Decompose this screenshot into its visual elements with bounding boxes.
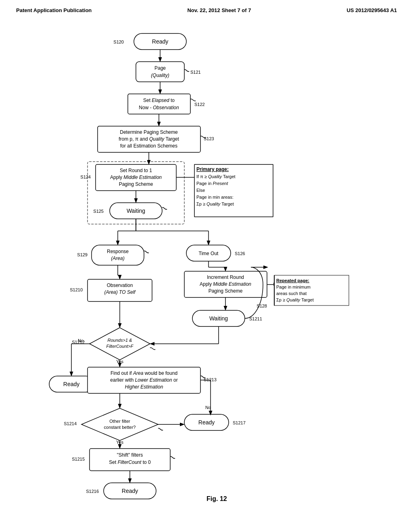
- s1210-id: S1210: [70, 287, 83, 292]
- s126-id: S126: [235, 251, 245, 256]
- page-header: Patent Application Publication Nov. 22, …: [0, 0, 413, 13]
- s124-label2: Apply Middle Estimation: [110, 175, 162, 180]
- s123-label1: Determine Paging Scheme: [120, 129, 178, 135]
- s1217-label: Ready: [198, 419, 215, 426]
- primary-page-l1: If π ≥ Quality Target: [196, 174, 236, 179]
- s1213-label2: earlier with Lower Estimation or: [110, 377, 177, 383]
- diagram-container: Ready S120 Page (Quality) S121 Set Elaps…: [0, 13, 413, 521]
- s124-label3: Paging Scheme: [119, 181, 153, 187]
- primary-page-title: Primary page:: [196, 166, 229, 172]
- s124-id: S124: [80, 175, 91, 179]
- s126-label: Time Out: [199, 251, 219, 256]
- s122-label1: Set Elapsed to: [143, 98, 175, 103]
- s120-label: Ready: [152, 38, 168, 45]
- s120-id: S120: [113, 39, 124, 44]
- s127-label2: Apply Middle Estimation: [200, 281, 251, 287]
- s123-label2: from p, π and Quality Target: [119, 136, 179, 142]
- s125-label: Waiting: [127, 208, 145, 214]
- header-center: Nov. 22, 2012 Sheet 7 of 7: [187, 7, 251, 13]
- svg-rect-2: [136, 62, 184, 82]
- primary-page-l4: Page in min areas:: [196, 195, 234, 200]
- repeated-page-title: Repeated page:: [276, 278, 309, 283]
- s1215-id: S1215: [72, 457, 85, 461]
- s127-label1: Increment Round: [207, 274, 244, 280]
- s1210-label1: Observation: [107, 283, 133, 288]
- primary-page-l2: Page in Present: [196, 181, 228, 186]
- s1215-label2: Set FilterCount to 0: [109, 459, 151, 465]
- s1216-label: Ready: [122, 488, 138, 494]
- s127-label3: Paging Scheme: [209, 288, 243, 294]
- s129-label2: (Area): [111, 256, 124, 261]
- primary-page-l5: Σp ≥ Quality Target: [196, 202, 234, 206]
- header-right: US 2012/0295643 A1: [346, 7, 397, 13]
- s1212-no-label: No: [78, 338, 83, 343]
- figure-label: Fig. 12: [206, 495, 227, 502]
- s1212-label1: Rounds>1 &: [108, 338, 132, 343]
- header-left: Patent Application Publication: [16, 7, 92, 13]
- s122-id: S122: [194, 102, 205, 107]
- repeated-page-l1: Page in minimum: [276, 285, 311, 289]
- repeated-page-l3: Σp ≥ Quality Target: [276, 297, 314, 302]
- s1212-label2: FilterCount>F: [106, 344, 134, 349]
- s1214-label2: constant better?: [104, 425, 136, 430]
- s1213-label3: Higher Estimation: [125, 384, 163, 390]
- s1217-ready: Ready: [63, 381, 79, 387]
- s1214-id: S1214: [64, 421, 77, 426]
- s1211-id: S1211: [249, 316, 262, 321]
- s1213-label1: Find out if Area would be found: [111, 370, 177, 376]
- s1210-label2: (Area) TO Self: [104, 289, 136, 295]
- s1213-id: S1213: [204, 377, 217, 382]
- s1214-label1: Other filter: [109, 419, 130, 424]
- svg-rect-17: [92, 245, 144, 265]
- s123-label3: for all Estimation Schemes: [120, 143, 177, 149]
- s1215-label1: "Shift" filters: [117, 452, 143, 458]
- svg-rect-11: [194, 164, 273, 217]
- svg-rect-4: [128, 94, 190, 114]
- s1216-id: S1216: [86, 489, 99, 494]
- s123-id: S123: [204, 136, 214, 141]
- s125-id: S125: [93, 209, 104, 214]
- primary-page-l3: Else: [196, 188, 205, 193]
- s1217-id: S1217: [233, 420, 246, 425]
- s1214-diamond: [81, 408, 158, 441]
- s1213-no-label: No: [205, 405, 211, 410]
- s129-id: S129: [77, 252, 88, 257]
- s1211-label: Waiting: [209, 315, 228, 322]
- repeated-page-l2: areas such that: [276, 291, 307, 296]
- s129-label1: Response: [107, 249, 129, 254]
- s121-label1: Page: [154, 65, 166, 71]
- s122-label2: Now - Observation: [139, 105, 179, 110]
- s121-label2: (Quality): [151, 73, 169, 78]
- s124-label1: Set Round to 1: [120, 168, 152, 173]
- s121-id: S121: [190, 70, 201, 75]
